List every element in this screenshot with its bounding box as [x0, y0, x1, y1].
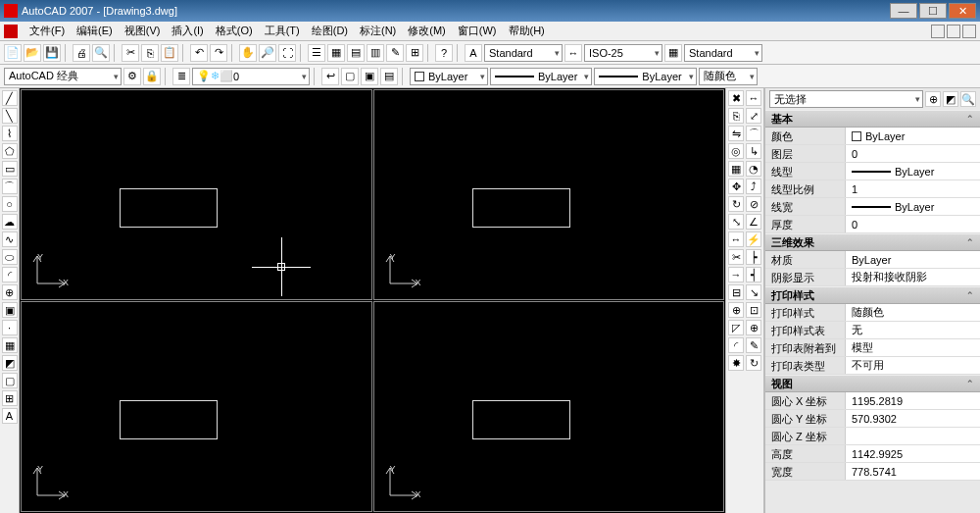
mdi-minimize-button[interactable]: [931, 25, 945, 38]
leader-tool[interactable]: ↘: [746, 284, 761, 300]
sheetset-button[interactable]: ▥: [367, 44, 384, 62]
dim-linear-tool[interactable]: ↔: [746, 90, 761, 106]
table-style-icon[interactable]: ▦: [664, 44, 682, 62]
hatch-tool[interactable]: ▦: [2, 337, 18, 353]
zoom-button[interactable]: 🔎: [259, 44, 276, 62]
prop-center-y[interactable]: 570.9302: [846, 410, 980, 427]
arc-tool[interactable]: ⌒: [2, 179, 18, 194]
dim-angular-tool[interactable]: ∠: [746, 214, 761, 230]
gradient-tool[interactable]: ◩: [2, 355, 18, 371]
linetype-combo[interactable]: ByLayer: [490, 68, 592, 85]
section-basic[interactable]: 基本⌃: [765, 110, 980, 128]
extend-tool[interactable]: →: [728, 267, 744, 282]
ellipse-tool[interactable]: ⬭: [2, 249, 18, 265]
point-tool[interactable]: ·: [2, 320, 18, 335]
layer-manager-button[interactable]: ≣: [172, 68, 190, 85]
table-tool[interactable]: ⊞: [2, 390, 18, 406]
pick-add-button[interactable]: ⊕: [925, 91, 941, 107]
menu-edit[interactable]: 编辑(E): [71, 22, 119, 40]
menu-modify[interactable]: 修改(M): [402, 22, 452, 40]
region-tool[interactable]: ▢: [2, 373, 18, 388]
dim-style-icon[interactable]: ↔: [564, 44, 582, 62]
menu-file[interactable]: 文件(F): [24, 22, 71, 40]
dim-quick-tool[interactable]: ⚡: [746, 231, 761, 247]
offset-tool[interactable]: ◎: [728, 143, 744, 159]
toolpalettes-button[interactable]: ▤: [347, 44, 365, 62]
table-style-combo[interactable]: Standard: [684, 44, 762, 62]
mdi-restore-button[interactable]: [947, 25, 960, 38]
minimize-button[interactable]: —: [890, 3, 917, 19]
prop-plottype[interactable]: 不可用: [846, 357, 980, 374]
text-tool[interactable]: A: [2, 408, 18, 424]
select-objects-button[interactable]: ◩: [943, 91, 958, 107]
rectangle-tool[interactable]: ▭: [2, 161, 18, 177]
copy-tool[interactable]: ⎘: [728, 108, 744, 124]
spline-tool[interactable]: ∿: [2, 231, 18, 247]
prop-height[interactable]: 1142.9925: [846, 445, 980, 462]
text-style-icon[interactable]: A: [465, 44, 482, 62]
layer-tool2[interactable]: ▣: [361, 68, 378, 85]
copy-button[interactable]: ⎘: [141, 44, 159, 62]
maximize-button[interactable]: ☐: [919, 3, 947, 19]
prop-layer[interactable]: 0: [846, 145, 980, 162]
text-style-combo[interactable]: Standard: [484, 44, 563, 62]
menu-window[interactable]: 窗口(W): [452, 22, 503, 40]
markup-button[interactable]: ✎: [386, 44, 404, 62]
erase-tool[interactable]: ✖: [728, 90, 744, 106]
join-tool[interactable]: ⊕: [728, 302, 744, 318]
layer-tool3[interactable]: ▤: [380, 68, 398, 85]
quickselect-button[interactable]: 🔍: [960, 91, 976, 107]
dim-ordinate-tool[interactable]: ↳: [746, 143, 761, 159]
center-mark-tool[interactable]: ⊕: [746, 320, 761, 335]
prop-lineweight[interactable]: ByLayer: [846, 198, 980, 215]
designcenter-button[interactable]: ▦: [327, 44, 345, 62]
viewport-top-right[interactable]: YX: [373, 89, 725, 300]
menu-tools[interactable]: 工具(T): [259, 22, 306, 40]
dim-baseline-tool[interactable]: ┝: [746, 249, 761, 265]
color-combo[interactable]: ByLayer: [410, 68, 488, 85]
prop-thickness[interactable]: 0: [846, 216, 980, 232]
prop-plotstyle[interactable]: 随颜色: [846, 304, 980, 321]
lineweight-combo[interactable]: ByLayer: [594, 68, 696, 85]
menu-draw[interactable]: 绘图(D): [306, 22, 354, 40]
chamfer-tool[interactable]: ◸: [728, 320, 744, 335]
xline-tool[interactable]: ╲: [2, 108, 18, 124]
fillet-tool[interactable]: ◜: [728, 337, 744, 353]
dim-update-tool[interactable]: ↻: [746, 355, 761, 371]
new-button[interactable]: 📄: [4, 44, 22, 62]
dim-jogged-tool[interactable]: ⤴: [746, 179, 761, 194]
dim-continue-tool[interactable]: ┥: [746, 267, 761, 282]
section-plot[interactable]: 打印样式⌃: [765, 286, 980, 304]
circle-tool[interactable]: ○: [2, 196, 18, 212]
menu-insert[interactable]: 插入(I): [166, 22, 209, 40]
dim-radius-tool[interactable]: ◔: [746, 161, 761, 177]
scale-tool[interactable]: ⤡: [728, 214, 744, 230]
calc-button[interactable]: ⊞: [406, 44, 423, 62]
open-button[interactable]: 📂: [24, 44, 41, 62]
trim-tool[interactable]: ✂: [728, 249, 744, 265]
preview-button[interactable]: 🔍: [92, 44, 110, 62]
print-button[interactable]: 🖨: [73, 44, 90, 62]
polygon-tool[interactable]: ⬠: [2, 143, 18, 159]
close-button[interactable]: ✕: [949, 3, 976, 19]
zoom-window-button[interactable]: ⛶: [278, 44, 296, 62]
mirror-tool[interactable]: ⇋: [728, 126, 744, 141]
array-tool[interactable]: ▦: [728, 161, 744, 177]
dim-arc-tool[interactable]: ⌒: [746, 126, 761, 141]
pan-button[interactable]: ✋: [239, 44, 257, 62]
menu-view[interactable]: 视图(V): [119, 22, 167, 40]
menu-dimension[interactable]: 标注(N): [354, 22, 402, 40]
selection-combo[interactable]: 无选择: [769, 90, 923, 108]
layer-prev-button[interactable]: ↩: [321, 68, 339, 85]
menu-format[interactable]: 格式(O): [210, 22, 259, 40]
revcloud-tool[interactable]: ☁: [2, 214, 18, 230]
workspace-settings-button[interactable]: ⚙: [123, 68, 141, 85]
plotstyle-combo[interactable]: 随颜色: [699, 68, 758, 85]
workspace-combo[interactable]: AutoCAD 经典: [4, 68, 122, 85]
ellipse-arc-tool[interactable]: ◜: [2, 267, 18, 282]
line-tool[interactable]: ╱: [2, 90, 18, 106]
layer-combo[interactable]: 💡❄⬜ 0: [192, 68, 310, 85]
dim-edit-tool[interactable]: ✎: [746, 337, 761, 353]
prop-plottable[interactable]: 无: [846, 322, 980, 338]
rotate-tool[interactable]: ↻: [728, 196, 744, 212]
